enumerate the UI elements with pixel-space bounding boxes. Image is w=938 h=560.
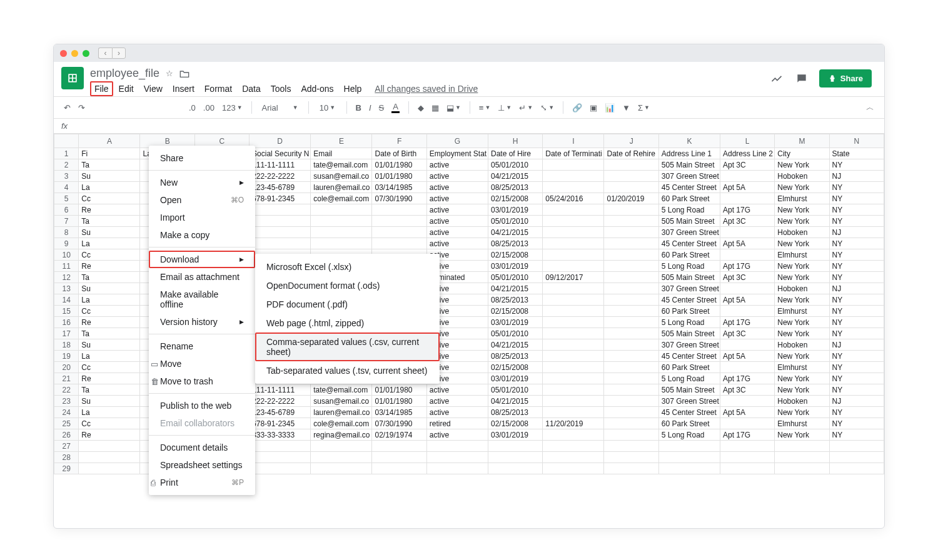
cell[interactable]: 02/15/2008 — [488, 193, 542, 204]
cell[interactable]: Apt 17G — [720, 317, 774, 328]
cell[interactable]: La — [79, 238, 140, 249]
cell[interactable]: 45 Center Street — [658, 351, 720, 362]
column-header[interactable]: L — [720, 134, 774, 148]
cell[interactable] — [543, 227, 604, 238]
cell[interactable]: Apt 3C — [720, 159, 774, 171]
cell[interactable]: 307 Green Street — [658, 339, 720, 351]
rotate-icon[interactable]: ⤡ ▼ — [538, 103, 557, 112]
cell[interactable]: 505 Main Street — [658, 272, 720, 283]
cell[interactable]: 01/01/1980 — [372, 384, 426, 396]
cell[interactable]: active — [426, 227, 488, 238]
cell[interactable]: NY — [829, 351, 884, 362]
cell[interactable] — [79, 452, 140, 463]
download-xlsx[interactable]: Microsoft Excel (.xlsx) — [255, 258, 440, 276]
undo-icon[interactable]: ↶ — [61, 103, 73, 112]
cell[interactable]: 333-33-3333 — [250, 429, 311, 441]
cell[interactable]: NY — [829, 317, 884, 328]
cell[interactable]: Apt 17G — [720, 429, 774, 441]
column-header[interactable]: G — [426, 134, 488, 148]
cell[interactable] — [720, 463, 774, 474]
cell[interactable]: New York — [775, 317, 829, 328]
window-minimize-icon[interactable] — [71, 50, 78, 57]
cell[interactable]: New York — [775, 261, 829, 272]
cell[interactable] — [311, 227, 372, 238]
cell[interactable] — [604, 463, 658, 474]
menu-view[interactable]: View — [139, 81, 167, 96]
menu-format[interactable]: Format — [200, 81, 236, 96]
cell[interactable] — [543, 306, 604, 317]
valign-icon[interactable]: ⊥ ▼ — [495, 103, 514, 112]
cell[interactable] — [543, 238, 604, 249]
cell[interactable]: 678-91-2345 — [250, 418, 311, 429]
cell[interactable]: 307 Green Street — [658, 171, 720, 182]
cell[interactable]: New York — [775, 216, 829, 227]
cell[interactable]: 02/15/2008 — [488, 362, 542, 373]
cell[interactable]: NY — [829, 306, 884, 317]
download-ods[interactable]: OpenDocument format (.ods) — [255, 276, 440, 295]
save-status[interactable]: All changes saved in Drive — [375, 84, 478, 94]
cell[interactable] — [720, 306, 774, 317]
borders-icon[interactable]: ▦ — [429, 103, 441, 112]
cell[interactable]: active — [426, 182, 488, 193]
row-number[interactable]: 18 — [54, 339, 79, 351]
cell[interactable] — [720, 452, 774, 463]
header-cell[interactable]: City — [775, 148, 829, 159]
row-number[interactable]: 13 — [54, 283, 79, 294]
cell[interactable]: Apt 5A — [720, 182, 774, 193]
cell[interactable] — [720, 171, 774, 182]
cell[interactable]: 01/20/2019 — [604, 193, 658, 204]
cell[interactable] — [543, 429, 604, 441]
cell[interactable]: New York — [775, 272, 829, 283]
cell[interactable]: active — [426, 384, 488, 396]
cell[interactable]: 505 Main Street — [658, 159, 720, 171]
cell[interactable]: 60 Park Street — [658, 193, 720, 204]
cell[interactable]: Apt 3C — [720, 384, 774, 396]
window-close-icon[interactable] — [60, 50, 67, 57]
cell[interactable]: Apt 17G — [720, 204, 774, 216]
row-number[interactable]: 3 — [54, 171, 79, 182]
cell[interactable] — [372, 452, 426, 463]
column-header[interactable]: A — [79, 134, 140, 148]
cell[interactable]: 5 Long Road — [658, 317, 720, 328]
cell[interactable] — [372, 238, 426, 249]
file-menu-move[interactable]: ▭Move — [149, 355, 255, 372]
cell[interactable]: 505 Main Street — [658, 328, 720, 339]
cell[interactable] — [543, 452, 604, 463]
cell[interactable] — [250, 238, 311, 249]
cell[interactable]: active — [426, 216, 488, 227]
window-zoom-icon[interactable] — [83, 50, 89, 57]
cell[interactable]: NY — [829, 373, 884, 384]
cell[interactable] — [543, 317, 604, 328]
cell[interactable] — [372, 441, 426, 452]
cell[interactable]: Ta — [79, 328, 140, 339]
header-cell[interactable]: Employment Stat — [426, 148, 488, 159]
cell[interactable]: Re — [79, 373, 140, 384]
cell[interactable] — [79, 463, 140, 474]
cell[interactable] — [604, 328, 658, 339]
row-number[interactable]: 12 — [54, 272, 79, 283]
cell[interactable] — [372, 216, 426, 227]
cell[interactable] — [604, 261, 658, 272]
cell[interactable]: Cc — [79, 418, 140, 429]
cell[interactable]: cole@email.com — [311, 418, 372, 429]
cell[interactable] — [543, 216, 604, 227]
file-menu-open[interactable]: Open⌘O — [149, 191, 255, 209]
header-cell[interactable]: Date of Hire — [488, 148, 542, 159]
cell[interactable] — [604, 306, 658, 317]
cell[interactable]: tate@email.com — [311, 384, 372, 396]
cell[interactable]: 307 Green Street — [658, 283, 720, 294]
cell[interactable] — [488, 452, 542, 463]
cell[interactable] — [658, 441, 720, 452]
nav-back-button[interactable]: ‹ — [98, 48, 112, 59]
cell[interactable]: 5 Long Road — [658, 204, 720, 216]
halign-icon[interactable]: ≡ ▼ — [477, 103, 493, 112]
header-cell[interactable]: Address Line 1 — [658, 148, 720, 159]
cell[interactable] — [604, 317, 658, 328]
functions-icon[interactable]: Σ ▼ — [635, 103, 652, 112]
menu-file[interactable]: File — [90, 81, 113, 96]
cell[interactable]: NJ — [829, 396, 884, 407]
bold-icon[interactable]: B — [353, 103, 364, 112]
cell[interactable]: New York — [775, 373, 829, 384]
cell[interactable] — [426, 452, 488, 463]
cell[interactable]: active — [426, 171, 488, 182]
